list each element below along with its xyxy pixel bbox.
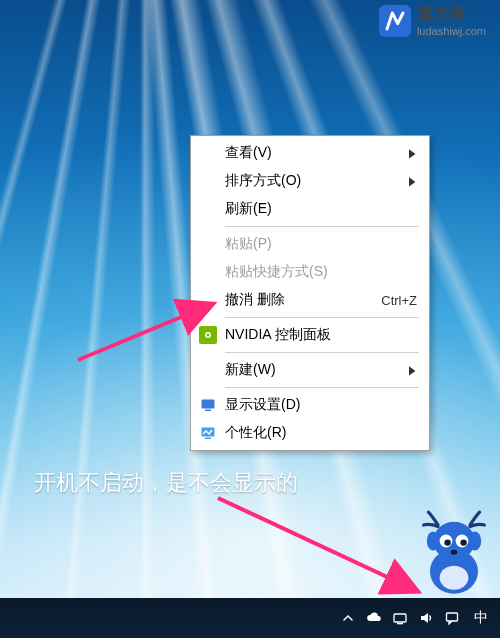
menu-item[interactable]: 撤消 删除Ctrl+Z bbox=[193, 286, 427, 314]
menu-item-label: NVIDIA 控制面板 bbox=[225, 326, 417, 344]
menu-item[interactable]: 查看(V)▶ bbox=[193, 139, 427, 167]
menu-item[interactable]: 显示设置(D) bbox=[193, 391, 427, 419]
menu-item-label: 粘贴快捷方式(S) bbox=[225, 263, 417, 281]
svg-rect-18 bbox=[447, 613, 458, 621]
menu-item: 粘贴(P) bbox=[193, 230, 427, 258]
menu-separator bbox=[225, 352, 419, 353]
menu-separator bbox=[225, 226, 419, 227]
volume-icon[interactable] bbox=[418, 610, 434, 626]
svg-rect-3 bbox=[205, 410, 211, 412]
menu-separator bbox=[225, 317, 419, 318]
mascot-deer-icon bbox=[414, 508, 494, 598]
menu-item[interactable]: 排序方式(O)▶ bbox=[193, 167, 427, 195]
submenu-arrow-icon: ▶ bbox=[409, 146, 415, 160]
submenu-arrow-icon: ▶ bbox=[409, 363, 415, 377]
watermark-title: 鹿大师 bbox=[417, 4, 486, 25]
menu-item[interactable]: 刷新(E) bbox=[193, 195, 427, 223]
context-menu: 查看(V)▶排序方式(O)▶刷新(E)粘贴(P)粘贴快捷方式(S)撤消 删除Ct… bbox=[190, 135, 430, 451]
submenu-arrow-icon: ▶ bbox=[409, 174, 415, 188]
svg-point-15 bbox=[440, 566, 469, 590]
watermark: 鹿大师 ludashiwj.com bbox=[373, 0, 492, 41]
svg-point-8 bbox=[427, 531, 440, 550]
ime-indicator[interactable]: 中 bbox=[470, 609, 492, 627]
menu-item[interactable]: 个性化(R) bbox=[193, 419, 427, 447]
action-center-icon[interactable] bbox=[444, 610, 460, 626]
svg-point-1 bbox=[207, 334, 210, 337]
svg-rect-2 bbox=[202, 400, 215, 409]
watermark-logo-icon bbox=[379, 5, 411, 37]
svg-point-12 bbox=[444, 539, 450, 545]
menu-item-label: 显示设置(D) bbox=[225, 396, 417, 414]
personalize-icon bbox=[199, 424, 217, 442]
svg-point-14 bbox=[451, 550, 457, 555]
menu-item[interactable]: 新建(W)▶ bbox=[193, 356, 427, 384]
menu-item-label: 刷新(E) bbox=[225, 200, 417, 218]
svg-rect-5 bbox=[205, 438, 211, 440]
svg-point-9 bbox=[468, 531, 481, 550]
tray-up-icon[interactable] bbox=[340, 610, 356, 626]
network-icon[interactable] bbox=[392, 610, 408, 626]
menu-item-shortcut: Ctrl+Z bbox=[381, 293, 417, 308]
annotation-arrow-2 bbox=[210, 490, 430, 600]
watermark-sub: ludashiwj.com bbox=[417, 25, 486, 37]
menu-item-label: 个性化(R) bbox=[225, 424, 417, 442]
nvidia-icon bbox=[199, 326, 217, 344]
display-icon bbox=[199, 396, 217, 414]
menu-item-label: 新建(W) bbox=[225, 361, 400, 379]
svg-rect-4 bbox=[202, 428, 215, 437]
menu-item: 粘贴快捷方式(S) bbox=[193, 258, 427, 286]
menu-item-label: 排序方式(O) bbox=[225, 172, 400, 190]
svg-rect-16 bbox=[394, 614, 406, 622]
onedrive-icon[interactable] bbox=[366, 610, 382, 626]
menu-item-label: 粘贴(P) bbox=[225, 235, 417, 253]
caption-text: 开机不启动，是不会显示的 bbox=[34, 468, 298, 498]
menu-item-label: 查看(V) bbox=[225, 144, 400, 162]
desktop[interactable]: 鹿大师 ludashiwj.com 查看(V)▶排序方式(O)▶刷新(E)粘贴(… bbox=[0, 0, 500, 638]
taskbar: 中 bbox=[0, 598, 500, 638]
system-tray: 中 bbox=[340, 609, 492, 627]
menu-separator bbox=[225, 387, 419, 388]
svg-rect-17 bbox=[397, 623, 403, 624]
menu-item[interactable]: NVIDIA 控制面板 bbox=[193, 321, 427, 349]
svg-point-13 bbox=[460, 539, 466, 545]
menu-item-label: 撤消 删除 bbox=[225, 291, 371, 309]
